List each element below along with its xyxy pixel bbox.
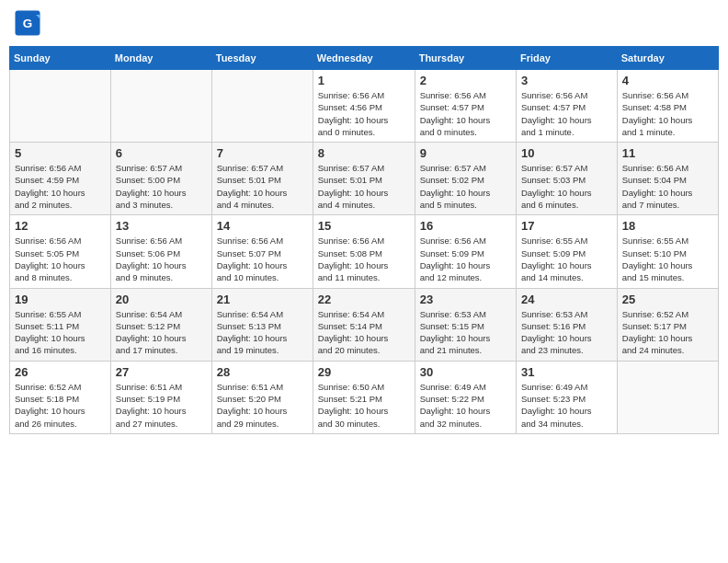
day-info: Sunrise: 6:51 AM Sunset: 5:19 PM Dayligh… [116,381,207,430]
calendar-cell: 24Sunrise: 6:53 AM Sunset: 5:16 PM Dayli… [516,288,617,361]
day-info: Sunrise: 6:56 AM Sunset: 5:05 PM Dayligh… [15,235,106,283]
calendar-header-row: SundayMondayTuesdayWednesdayThursdayFrid… [10,47,719,70]
day-info: Sunrise: 6:57 AM Sunset: 5:00 PM Dayligh… [116,162,207,211]
day-info: Sunrise: 6:56 AM Sunset: 4:57 PM Dayligh… [420,89,511,138]
calendar-cell: 23Sunrise: 6:53 AM Sunset: 5:15 PM Dayli… [415,288,516,361]
day-info: Sunrise: 6:57 AM Sunset: 5:01 PM Dayligh… [217,162,308,211]
day-number: 16 [420,219,511,233]
calendar-header-tuesday: Tuesday [211,47,313,70]
calendar-cell: 11Sunrise: 6:56 AM Sunset: 5:04 PM Dayli… [617,143,718,215]
calendar-cell: 1Sunrise: 6:56 AM Sunset: 4:56 PM Daylig… [313,70,415,143]
day-info: Sunrise: 6:57 AM Sunset: 5:03 PM Dayligh… [521,162,612,211]
day-number: 26 [15,365,106,379]
day-number: 27 [116,365,207,379]
calendar-week-row: 26Sunrise: 6:52 AM Sunset: 5:18 PM Dayli… [10,361,719,433]
day-info: Sunrise: 6:55 AM Sunset: 5:10 PM Dayligh… [622,235,713,283]
day-info: Sunrise: 6:56 AM Sunset: 5:08 PM Dayligh… [318,235,410,283]
calendar-cell: 4Sunrise: 6:56 AM Sunset: 4:58 PM Daylig… [617,70,718,143]
calendar-cell: 25Sunrise: 6:52 AM Sunset: 5:17 PM Dayli… [617,288,718,361]
calendar-week-row: 5Sunrise: 6:56 AM Sunset: 4:59 PM Daylig… [10,143,719,215]
day-number: 15 [318,219,410,233]
calendar-header-thursday: Thursday [415,47,516,70]
day-number: 24 [521,293,612,306]
calendar-cell: 22Sunrise: 6:54 AM Sunset: 5:14 PM Dayli… [313,288,415,361]
day-info: Sunrise: 6:55 AM Sunset: 5:11 PM Dayligh… [15,308,106,357]
svg-text:G: G [23,17,33,30]
calendar-header-saturday: Saturday [617,47,718,70]
day-number: 1 [318,74,410,87]
day-number: 17 [521,219,612,233]
day-info: Sunrise: 6:49 AM Sunset: 5:22 PM Dayligh… [420,381,511,430]
day-number: 2 [420,74,511,87]
calendar-cell: 21Sunrise: 6:54 AM Sunset: 5:13 PM Dayli… [211,288,313,361]
calendar-cell: 15Sunrise: 6:56 AM Sunset: 5:08 PM Dayli… [313,215,415,288]
calendar-cell: 20Sunrise: 6:54 AM Sunset: 5:12 PM Dayli… [110,288,211,361]
day-number: 29 [318,365,410,379]
day-info: Sunrise: 6:56 AM Sunset: 4:56 PM Dayligh… [318,89,410,138]
day-number: 22 [318,293,410,306]
day-info: Sunrise: 6:54 AM Sunset: 5:13 PM Dayligh… [217,308,308,357]
calendar-header-friday: Friday [516,47,617,70]
day-info: Sunrise: 6:49 AM Sunset: 5:23 PM Dayligh… [521,381,612,430]
day-number: 8 [318,146,410,160]
calendar-cell: 28Sunrise: 6:51 AM Sunset: 5:20 PM Dayli… [211,361,313,433]
day-number: 11 [622,146,713,160]
calendar-cell: 10Sunrise: 6:57 AM Sunset: 5:03 PM Dayli… [516,143,617,215]
calendar-week-row: 12Sunrise: 6:56 AM Sunset: 5:05 PM Dayli… [10,215,719,288]
calendar-header-sunday: Sunday [10,47,111,70]
day-info: Sunrise: 6:53 AM Sunset: 5:16 PM Dayligh… [521,308,612,357]
day-info: Sunrise: 6:56 AM Sunset: 5:07 PM Dayligh… [217,235,308,283]
day-info: Sunrise: 6:52 AM Sunset: 5:17 PM Dayligh… [622,308,713,357]
day-info: Sunrise: 6:56 AM Sunset: 4:57 PM Dayligh… [521,89,612,138]
calendar-cell: 6Sunrise: 6:57 AM Sunset: 5:00 PM Daylig… [110,143,211,215]
calendar-week-row: 19Sunrise: 6:55 AM Sunset: 5:11 PM Dayli… [10,288,719,361]
day-info: Sunrise: 6:54 AM Sunset: 5:14 PM Dayligh… [318,308,410,357]
day-number: 23 [420,293,511,306]
calendar-cell: 17Sunrise: 6:55 AM Sunset: 5:09 PM Dayli… [516,215,617,288]
calendar-table: SundayMondayTuesdayWednesdayThursdayFrid… [9,46,719,434]
calendar-cell: 5Sunrise: 6:56 AM Sunset: 4:59 PM Daylig… [10,143,111,215]
calendar-cell: 12Sunrise: 6:56 AM Sunset: 5:05 PM Dayli… [10,215,111,288]
day-number: 28 [217,365,308,379]
calendar-header-wednesday: Wednesday [313,47,415,70]
calendar-cell: 27Sunrise: 6:51 AM Sunset: 5:19 PM Dayli… [110,361,211,433]
day-info: Sunrise: 6:56 AM Sunset: 5:04 PM Dayligh… [622,162,713,211]
day-number: 14 [217,219,308,233]
day-number: 9 [420,146,511,160]
day-info: Sunrise: 6:51 AM Sunset: 5:20 PM Dayligh… [217,381,308,430]
calendar-cell: 16Sunrise: 6:56 AM Sunset: 5:09 PM Dayli… [415,215,516,288]
calendar-cell: 13Sunrise: 6:56 AM Sunset: 5:06 PM Dayli… [110,215,211,288]
day-number: 21 [217,293,308,306]
day-number: 4 [622,74,713,87]
logo-icon: G [14,9,41,37]
day-number: 30 [420,365,511,379]
day-number: 5 [15,146,106,160]
day-info: Sunrise: 6:55 AM Sunset: 5:09 PM Dayligh… [521,235,612,283]
day-info: Sunrise: 6:54 AM Sunset: 5:12 PM Dayligh… [116,308,207,357]
calendar-cell [211,70,313,143]
calendar-cell: 31Sunrise: 6:49 AM Sunset: 5:23 PM Dayli… [516,361,617,433]
day-number: 13 [116,219,207,233]
day-number: 18 [622,219,713,233]
day-info: Sunrise: 6:52 AM Sunset: 5:18 PM Dayligh… [15,381,106,430]
logo: G [14,9,43,37]
calendar-cell: 9Sunrise: 6:57 AM Sunset: 5:02 PM Daylig… [415,143,516,215]
calendar-cell: 26Sunrise: 6:52 AM Sunset: 5:18 PM Dayli… [10,361,111,433]
day-number: 7 [217,146,308,160]
calendar-cell: 19Sunrise: 6:55 AM Sunset: 5:11 PM Dayli… [10,288,111,361]
day-number: 10 [521,146,612,160]
calendar-cell: 7Sunrise: 6:57 AM Sunset: 5:01 PM Daylig… [211,143,313,215]
day-number: 25 [622,293,713,306]
day-number: 3 [521,74,612,87]
day-info: Sunrise: 6:56 AM Sunset: 5:06 PM Dayligh… [116,235,207,283]
calendar-header-monday: Monday [110,47,211,70]
calendar-cell: 2Sunrise: 6:56 AM Sunset: 4:57 PM Daylig… [415,70,516,143]
day-number: 19 [15,293,106,306]
day-info: Sunrise: 6:57 AM Sunset: 5:02 PM Dayligh… [420,162,511,211]
day-info: Sunrise: 6:56 AM Sunset: 4:58 PM Dayligh… [622,89,713,138]
day-info: Sunrise: 6:56 AM Sunset: 5:09 PM Dayligh… [420,235,511,283]
day-info: Sunrise: 6:56 AM Sunset: 4:59 PM Dayligh… [15,162,106,211]
calendar-cell: 14Sunrise: 6:56 AM Sunset: 5:07 PM Dayli… [211,215,313,288]
calendar-cell: 29Sunrise: 6:50 AM Sunset: 5:21 PM Dayli… [313,361,415,433]
calendar-week-row: 1Sunrise: 6:56 AM Sunset: 4:56 PM Daylig… [10,70,719,143]
